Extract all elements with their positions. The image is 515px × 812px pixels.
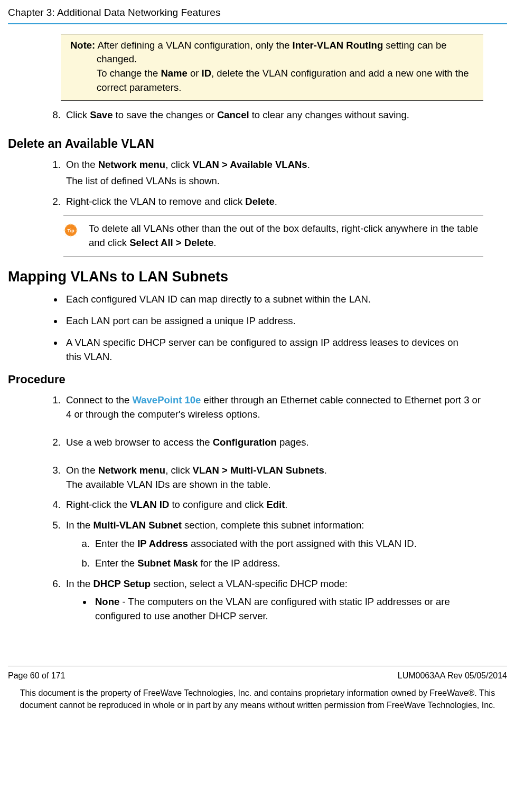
p3sub: The available VLAN IDs are shown in the … xyxy=(66,478,486,492)
p3c: , click xyxy=(165,465,192,476)
tip-c: . xyxy=(213,237,216,248)
p6lb: - The computers on the VLAN are configur… xyxy=(95,596,450,621)
note-label: Note: xyxy=(70,40,95,51)
tip-text: To delete all VLANs other than the out o… xyxy=(89,222,481,250)
mapping-b2: Each LAN port can be assigned a unique I… xyxy=(63,314,475,328)
note-text-2b: Name xyxy=(161,68,187,79)
p6a: In the xyxy=(66,578,93,589)
note-box: Note: After defining a VLAN configuratio… xyxy=(61,34,483,101)
p5c: section, complete this subnet informatio… xyxy=(182,520,364,531)
p4b: VLAN ID xyxy=(130,499,169,510)
doc-id: LUM0063AA Rev 05/05/2014 xyxy=(398,669,507,682)
proc-step-6-sub: None - The computers on the VLAN are con… xyxy=(66,595,486,624)
footer-rule xyxy=(8,666,507,666)
proc-step-1: Connect to the WavePoint 10e either thro… xyxy=(63,393,486,422)
p2a: Use a web browser to access the xyxy=(66,437,213,448)
d1a: On the xyxy=(66,159,98,170)
step8-d: Cancel xyxy=(217,109,249,120)
note-text-2d: ID xyxy=(202,68,212,79)
proc-step-4: Right-click the VLAN ID to configure and… xyxy=(63,498,486,512)
p2c: pages. xyxy=(277,437,309,448)
p5bc: for the IP address. xyxy=(198,558,280,569)
p5bb: Subnet Mask xyxy=(137,558,198,569)
p2b: Configuration xyxy=(213,437,277,448)
p6la: None xyxy=(95,596,119,607)
p5aa: Enter the xyxy=(95,538,137,549)
svg-line-7 xyxy=(74,225,77,227)
delete-step-2: Right-click the VLAN to remove and click… xyxy=(63,195,507,209)
note-text-1b: Inter-VLAN Routing xyxy=(293,40,383,51)
note-text-2c: or xyxy=(188,68,202,79)
d1sub: The list of defined VLANs is shown. xyxy=(66,174,507,188)
step8-a: Click xyxy=(66,109,90,120)
svg-line-5 xyxy=(65,225,68,227)
wavepoint-link[interactable]: WavePoint 10e xyxy=(132,394,201,405)
p6c: section, select a VLAN-specific DHCP mod… xyxy=(151,578,348,589)
d1d: VLAN > Available VLANs xyxy=(193,159,307,170)
page-number: Page 60 of 171 xyxy=(8,669,65,682)
p5b: Multi-VLAN Subnet xyxy=(93,520,182,531)
tip-box: Tip To delete all VLANs other than the o… xyxy=(63,215,483,257)
delete-step-1: On the Network menu, click VLAN > Availa… xyxy=(63,158,507,188)
mapping-bullets: Each configured VLAN ID can map directly… xyxy=(40,292,475,364)
heading-delete-vlan: Delete an Available VLAN xyxy=(8,135,507,153)
p5ac: associated with the port assigned with t… xyxy=(188,538,417,549)
proc-step-5b: Enter the Subnet Mask for the IP address… xyxy=(92,556,486,571)
step-8: Click Save to save the changes or Cancel… xyxy=(63,108,507,122)
d2a: Right-click the VLAN to remove and click xyxy=(66,196,245,207)
p3d: VLAN > Multi-VLAN Subnets xyxy=(193,465,324,476)
continued-steps: Click Save to save the changes or Cancel… xyxy=(40,108,507,122)
heading-mapping: Mapping VLANs to LAN Subnets xyxy=(8,267,507,287)
p4c: to configure and click xyxy=(169,499,266,510)
proc-step-2: Use a web browser to access the Configur… xyxy=(63,436,486,450)
heading-procedure: Procedure xyxy=(8,371,507,388)
svg-line-8 xyxy=(65,234,68,236)
proc-step-5-sub: Enter the IP Address associated with the… xyxy=(66,537,486,571)
p4d: Edit xyxy=(266,499,285,510)
p5ba: Enter the xyxy=(95,558,137,569)
proc-step-5: In the Multi-VLAN Subnet section, comple… xyxy=(63,518,486,570)
d1b: Network menu xyxy=(98,159,165,170)
p3b: Network menu xyxy=(98,465,165,476)
step8-c: to save the changes or xyxy=(113,109,217,120)
svg-line-6 xyxy=(74,234,77,236)
svg-text:Tip: Tip xyxy=(68,228,74,233)
proc-step-3: On the Network menu, click VLAN > Multi-… xyxy=(63,464,486,492)
delete-steps: On the Network menu, click VLAN > Availa… xyxy=(40,158,507,209)
header-rule xyxy=(8,23,507,24)
tip-icon: Tip xyxy=(63,223,78,238)
d2b: Delete xyxy=(245,196,275,207)
d1c: , click xyxy=(165,159,192,170)
p6b: DHCP Setup xyxy=(93,578,151,589)
mapping-b1: Each configured VLAN ID can map directly… xyxy=(63,292,475,307)
legal-notice: This document is the property of FreeWav… xyxy=(8,687,507,711)
proc-step-6: In the DHCP Setup section, select a VLAN… xyxy=(63,577,486,624)
p3e: . xyxy=(324,465,327,476)
step8-e: to clear any changes without saving. xyxy=(249,109,409,120)
p4a: Right-click the xyxy=(66,499,130,510)
step8-b: Save xyxy=(90,109,113,120)
d2c: . xyxy=(275,196,277,207)
p1a: Connect to the xyxy=(66,394,132,405)
proc-step-5a: Enter the IP Address associated with the… xyxy=(92,537,486,551)
tip-b: Select All > Delete xyxy=(129,237,213,248)
footer-row: Page 60 of 171 LUM0063AA Rev 05/05/2014 xyxy=(8,669,507,682)
mapping-b3: A VLAN specific DHCP server can be confi… xyxy=(63,336,475,364)
p5ab: IP Address xyxy=(137,538,188,549)
chapter-title: Chapter 3: Additional Data Networking Fe… xyxy=(8,0,507,23)
p4e: . xyxy=(285,499,287,510)
p3a: On the xyxy=(66,465,98,476)
p5a: In the xyxy=(66,520,93,531)
proc-step-6-none: None - The computers on the VLAN are con… xyxy=(92,595,486,624)
note-text-2a: To change the xyxy=(97,68,161,79)
note-text-1a: After defining a VLAN configuration, onl… xyxy=(95,40,292,51)
d1e: . xyxy=(307,159,310,170)
procedure-steps: Connect to the WavePoint 10e either thro… xyxy=(40,393,486,624)
